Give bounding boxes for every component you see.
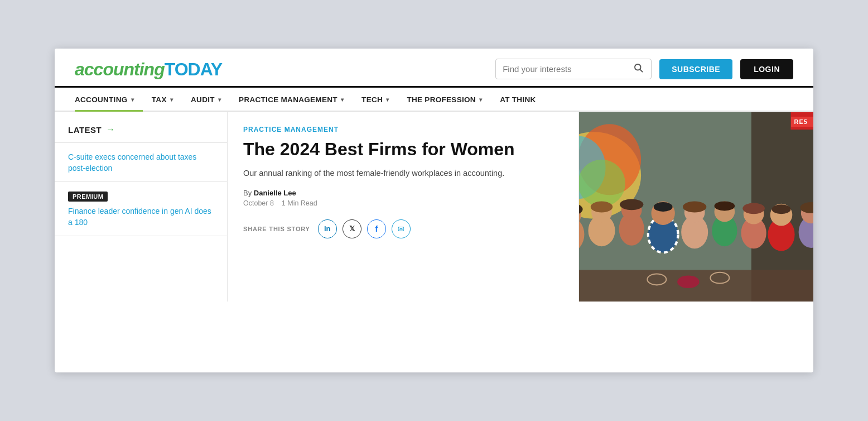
site-logo[interactable]: accountingTODAY xyxy=(75,60,222,78)
nav-item-tax[interactable]: TAX ▾ xyxy=(143,88,182,111)
nav-item-audit[interactable]: AUDIT ▾ xyxy=(182,88,230,111)
svg-point-32 xyxy=(714,202,735,211)
share-linkedin-button[interactable]: in xyxy=(318,219,337,238)
article-description: Our annual ranking of the most female-fr… xyxy=(243,168,563,180)
facebook-icon: f xyxy=(375,224,378,233)
chevron-down-icon: ▾ xyxy=(218,97,221,103)
linkedin-icon: in xyxy=(324,224,331,233)
premium-badge: PREMIUM xyxy=(68,192,108,202)
list-item: PREMIUM Finance leader confidence in gen… xyxy=(55,182,227,236)
svg-point-26 xyxy=(654,202,673,212)
share-label: SHARE THIS STORY xyxy=(243,226,310,232)
share-twitter-button[interactable]: 𝕏 xyxy=(343,219,361,238)
browser-window: accountingTODAY SUBSCRIBE LOGIN ACCOUNTI… xyxy=(55,49,813,372)
share-email-button[interactable]: ✉ xyxy=(392,219,411,238)
search-icon xyxy=(633,63,643,73)
nav-item-tech[interactable]: TECH ▾ xyxy=(353,88,398,111)
subscribe-button[interactable]: SUBSCRIBE xyxy=(659,59,732,79)
share-row: SHARE THIS STORY in 𝕏 f ✉ xyxy=(243,219,563,238)
sidebar-item-title-2: Finance leader confidence in gen AI does… xyxy=(68,206,214,228)
article-area: PRACTICE MANAGEMENT The 2024 Best Firms … xyxy=(228,112,579,302)
search-button[interactable] xyxy=(632,63,644,75)
email-icon: ✉ xyxy=(398,224,404,233)
nav-item-at-think[interactable]: AT THINK xyxy=(491,88,544,111)
search-input[interactable] xyxy=(503,64,632,74)
list-item: C-suite execs concerned about taxes post… xyxy=(55,143,227,182)
article-date-read: October 8 1 Min Read xyxy=(243,199,563,207)
chevron-down-icon: ▾ xyxy=(341,97,344,103)
article-author: By Danielle Lee xyxy=(243,189,563,197)
svg-point-29 xyxy=(683,202,706,213)
svg-point-12 xyxy=(677,275,700,288)
svg-line-1 xyxy=(640,69,643,71)
logo-accounting: accounting xyxy=(75,60,165,78)
svg-point-6 xyxy=(579,160,625,207)
article-image-panel: RE5 xyxy=(579,112,813,302)
chevron-down-icon: ▾ xyxy=(479,97,482,103)
twitter-icon: 𝕏 xyxy=(349,224,355,233)
sidebar-latest-heading: LATEST → xyxy=(55,125,227,143)
svg-point-19 xyxy=(591,202,613,213)
chevron-down-icon: ▾ xyxy=(170,97,173,103)
svg-point-22 xyxy=(620,199,643,210)
article-category[interactable]: PRACTICE MANAGEMENT xyxy=(243,126,563,133)
nav-bar: ACCOUNTING ▾ TAX ▾ AUDIT ▾ PRACTICE MANA… xyxy=(55,86,813,112)
svg-point-38 xyxy=(772,204,791,214)
svg-point-35 xyxy=(742,203,765,214)
main-content: LATEST → C-suite execs concerned about t… xyxy=(55,112,813,302)
nav-item-accounting[interactable]: ACCOUNTING ▾ xyxy=(75,88,143,111)
chevron-down-icon: ▾ xyxy=(386,97,389,103)
arrow-right-icon: → xyxy=(106,125,115,135)
article-title: The 2024 Best Firms for Women xyxy=(243,139,563,160)
login-button[interactable]: LOGIN xyxy=(740,59,793,79)
nav-item-the-profession[interactable]: THE PROFESSION ▾ xyxy=(398,88,491,111)
image-badge: RE5 xyxy=(791,117,813,127)
header-right: SUBSCRIBE LOGIN xyxy=(495,59,793,79)
nav-item-practice-management[interactable]: PRACTICE MANAGEMENT ▾ xyxy=(230,88,353,111)
search-box xyxy=(495,59,652,79)
logo-today: TODAY xyxy=(165,60,222,78)
sidebar-item-title-1: C-suite execs concerned about taxes post… xyxy=(68,152,214,174)
article-image: RE5 xyxy=(579,112,813,302)
chevron-down-icon: ▾ xyxy=(131,97,134,103)
share-facebook-button[interactable]: f xyxy=(367,219,386,238)
site-header: accountingTODAY SUBSCRIBE LOGIN xyxy=(55,49,813,86)
sidebar: LATEST → C-suite execs concerned about t… xyxy=(55,112,228,302)
